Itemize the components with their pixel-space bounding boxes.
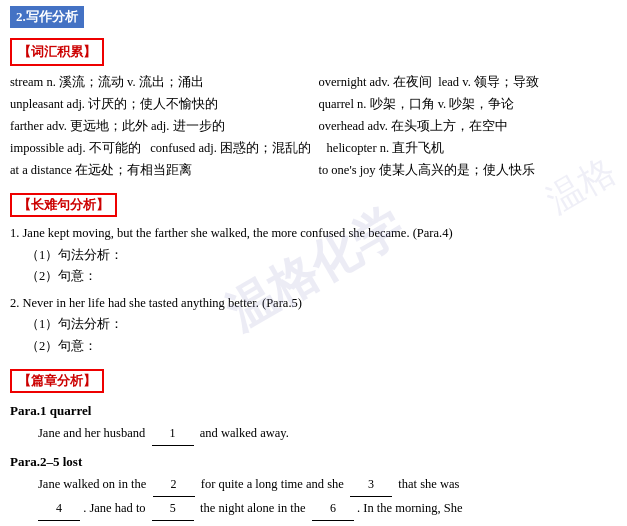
section-title-bar: 2.写作分析 xyxy=(10,6,84,28)
vocab-item-3: unpleasant adj. 讨厌的；使人不愉快的 xyxy=(10,94,309,116)
para1-content: Jane and her husband 1 and walked away. xyxy=(38,422,617,446)
section-title-text: 2.写作分析 xyxy=(16,9,78,24)
para1-heading: Para.1 quarrel xyxy=(10,399,617,422)
blank-1: 1 xyxy=(152,423,194,446)
para25-content: Jane walked on in the 2 for quite a long… xyxy=(38,473,617,520)
vocab-grid: stream n. 溪流；流动 v. 流出；涌出 overnight adv. … xyxy=(10,72,617,181)
sentence-1-sub2: （2）句意： xyxy=(26,266,617,287)
vocab-item-9: to one's joy 使某人高兴的是；使人快乐 xyxy=(319,160,618,182)
vocab-item-8: at a distance 在远处；有相当距离 xyxy=(10,160,309,182)
long-sentence-section: 【长难句分析】 1. Jane kept moving, but the far… xyxy=(10,189,617,357)
blank-2: 2 xyxy=(153,474,195,497)
sentence-2-sub1: （1）句法分析： xyxy=(26,314,617,335)
paragraph-analysis-title: 【篇章分析】 xyxy=(10,369,104,393)
sentence-2-main: 2. Never in her life had she tasted anyt… xyxy=(10,293,617,314)
blank-4: 4 xyxy=(38,498,80,521)
sentence-1: 1. Jane kept moving, but the farther she… xyxy=(10,223,617,287)
blank-3: 3 xyxy=(350,474,392,497)
vocab-title: 【词汇积累】 xyxy=(10,38,104,66)
long-sentence-title: 【长难句分析】 xyxy=(10,193,117,217)
vocab-item-6: overhead adv. 在头项上方，在空中 xyxy=(319,116,618,138)
sentence-2-sub2: （2）句意： xyxy=(26,336,617,357)
vocab-item-2: overnight adv. 在夜间 lead v. 领导；导致 xyxy=(319,72,618,94)
sentence-2: 2. Never in her life had she tasted anyt… xyxy=(10,293,617,357)
page-container: 温格化学 温格 2.写作分析 【词汇积累】 stream n. 溪流；流动 v.… xyxy=(0,0,627,526)
sentence-1-main: 1. Jane kept moving, but the farther she… xyxy=(10,223,617,244)
vocab-item-7: impossible adj. 不可能的 confused adj. 困惑的；混… xyxy=(10,138,617,160)
para25-heading: Para.2–5 lost xyxy=(10,450,617,473)
sentence-1-sub1: （1）句法分析： xyxy=(26,245,617,266)
blank-5: 5 xyxy=(152,498,194,521)
paragraph-analysis-section: 【篇章分析】 Para.1 quarrel Jane and her husba… xyxy=(10,365,617,521)
vocab-item-5: farther adv. 更远地；此外 adj. 进一步的 xyxy=(10,116,309,138)
vocab-section: 【词汇积累】 stream n. 溪流；流动 v. 流出；涌出 overnigh… xyxy=(10,34,617,181)
blank-6: 6 xyxy=(312,498,354,521)
vocab-item-4: quarrel n. 吵架，口角 v. 吵架，争论 xyxy=(319,94,618,116)
vocab-item-1: stream n. 溪流；流动 v. 流出；涌出 xyxy=(10,72,309,94)
